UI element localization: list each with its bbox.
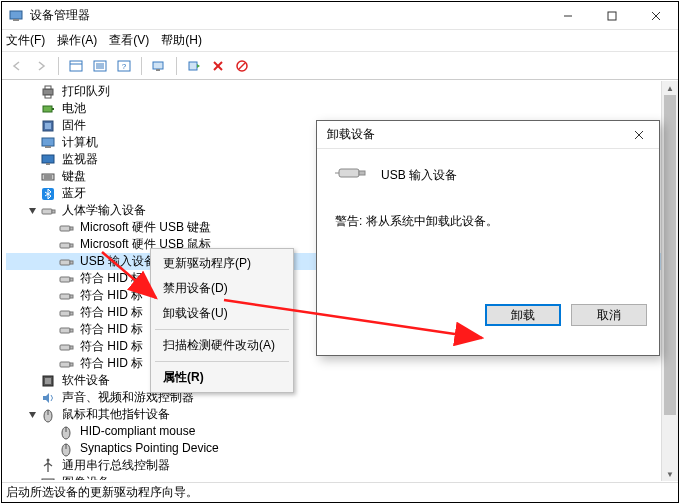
expander-placeholder [44, 307, 56, 319]
window-title: 设备管理器 [30, 7, 546, 24]
mouse-icon [40, 407, 56, 423]
mouse-icon [58, 441, 74, 457]
close-button[interactable] [634, 2, 678, 30]
image-icon [40, 475, 56, 481]
svg-rect-51 [70, 329, 73, 332]
context-menu[interactable]: 更新驱动程序(P)禁用设备(D)卸载设备(U)扫描检测硬件改动(A)属性(R) [150, 248, 294, 393]
firmware-icon [40, 118, 56, 134]
uninstall-dialog: 卸载设备 USB 输入设备 警告: 将从系统中卸载此设备。 卸载 取消 [316, 120, 660, 356]
svg-rect-25 [52, 108, 54, 110]
svg-rect-21 [43, 89, 53, 95]
tree-item-label: Synaptics Pointing Device [78, 440, 221, 457]
svg-rect-16 [189, 62, 197, 70]
back-button[interactable] [6, 55, 28, 77]
tree-item-label: 通用串行总线控制器 [60, 457, 172, 474]
menu-help[interactable]: 帮助(H) [161, 32, 202, 49]
uninstall-button[interactable] [207, 55, 229, 77]
svg-rect-55 [70, 363, 73, 366]
context-menu-item[interactable]: 属性(R) [153, 365, 291, 390]
context-menu-item[interactable]: 更新驱动程序(P) [153, 251, 291, 276]
svg-rect-76 [359, 171, 365, 175]
collapse-icon[interactable] [26, 205, 38, 217]
maximize-button[interactable] [590, 2, 634, 30]
forward-button[interactable] [30, 55, 52, 77]
expander-placeholder [44, 341, 56, 353]
svg-rect-29 [45, 146, 51, 148]
scroll-thumb[interactable] [664, 95, 676, 415]
svg-rect-75 [339, 169, 359, 177]
device-icon [335, 163, 367, 187]
disable-button[interactable] [231, 55, 253, 77]
dialog-warning-text: 警告: 将从系统中卸载此设备。 [335, 213, 641, 230]
tree-item-label: HID-compliant mouse [78, 423, 197, 440]
expander-placeholder [44, 426, 56, 438]
tree-item[interactable]: 声音、视频和游戏控制器 [6, 389, 678, 406]
scan-button[interactable] [148, 55, 170, 77]
tree-item-label: 符合 HID 标 [78, 304, 145, 321]
tree-item[interactable]: 鼠标和其他指针设备 [6, 406, 678, 423]
tree-item-label: 符合 HID 标 [78, 321, 145, 338]
uninstall-confirm-button[interactable]: 卸载 [485, 304, 561, 326]
tree-item[interactable]: 软件设备 [6, 372, 678, 389]
tree-item[interactable]: 电池 [6, 100, 678, 117]
update-driver-button[interactable] [183, 55, 205, 77]
svg-rect-45 [70, 278, 73, 281]
properties-button[interactable] [89, 55, 111, 77]
vertical-scrollbar[interactable]: ▲ ▼ [661, 81, 678, 481]
tree-item-label: 打印队列 [60, 83, 112, 100]
hid-icon [40, 203, 56, 219]
toolbar: ? [2, 52, 678, 80]
scroll-down-icon[interactable]: ▼ [662, 467, 678, 481]
svg-rect-22 [45, 86, 51, 89]
svg-rect-28 [42, 138, 54, 146]
expander-placeholder [26, 375, 38, 387]
help-button[interactable]: ? [113, 55, 135, 77]
context-menu-item[interactable]: 禁用设备(D) [153, 276, 291, 301]
cancel-button[interactable]: 取消 [571, 304, 647, 326]
context-menu-item[interactable]: 扫描检测硬件改动(A) [153, 333, 291, 358]
svg-rect-38 [60, 226, 70, 231]
show-hidden-button[interactable] [65, 55, 87, 77]
menu-file[interactable]: 文件(F) [6, 32, 45, 49]
scroll-up-icon[interactable]: ▲ [662, 81, 678, 95]
tree-item[interactable]: HID-compliant mouse [6, 423, 678, 440]
minimize-button[interactable] [546, 2, 590, 30]
context-menu-separator [155, 361, 289, 362]
expander-placeholder [44, 358, 56, 370]
tree-item-label: 符合 HID 标 [78, 287, 145, 304]
svg-rect-49 [70, 312, 73, 315]
expander-placeholder [44, 239, 56, 251]
status-bar: 启动所选设备的更新驱动程序向导。 [2, 482, 678, 502]
svg-rect-1 [13, 19, 19, 21]
menu-action[interactable]: 操作(A) [57, 32, 97, 49]
expander-placeholder [26, 154, 38, 166]
svg-rect-43 [70, 261, 73, 264]
hid-icon [58, 305, 74, 321]
svg-rect-37 [52, 210, 55, 213]
svg-rect-50 [60, 328, 70, 333]
svg-rect-0 [10, 11, 22, 19]
hid-icon [58, 220, 74, 236]
svg-rect-48 [60, 311, 70, 316]
app-icon [8, 8, 24, 24]
dialog-device-name: USB 输入设备 [381, 167, 457, 184]
svg-rect-27 [45, 123, 51, 129]
collapse-icon[interactable] [26, 409, 38, 421]
svg-rect-42 [60, 260, 70, 265]
tree-item-label: 符合 HID 标 [78, 270, 145, 287]
dialog-close-button[interactable] [619, 121, 659, 149]
dialog-title: 卸载设备 [327, 126, 619, 143]
tree-item-label: Microsoft 硬件 USB 键盘 [78, 219, 213, 236]
menu-view[interactable]: 查看(V) [109, 32, 149, 49]
expander-placeholder [44, 222, 56, 234]
tree-item[interactable]: 符合 HID 标 [6, 355, 678, 372]
monitor-icon [40, 152, 56, 168]
context-menu-item[interactable]: 卸载设备(U) [153, 301, 291, 326]
tree-item[interactable]: Synaptics Pointing Device [6, 440, 678, 457]
svg-rect-23 [45, 95, 51, 98]
tree-item[interactable]: 通用串行总线控制器 [6, 457, 678, 474]
svg-point-64 [47, 458, 50, 461]
tree-item[interactable]: 图像设备 [6, 474, 678, 480]
tree-item[interactable]: 打印队列 [6, 83, 678, 100]
svg-rect-52 [60, 345, 70, 350]
